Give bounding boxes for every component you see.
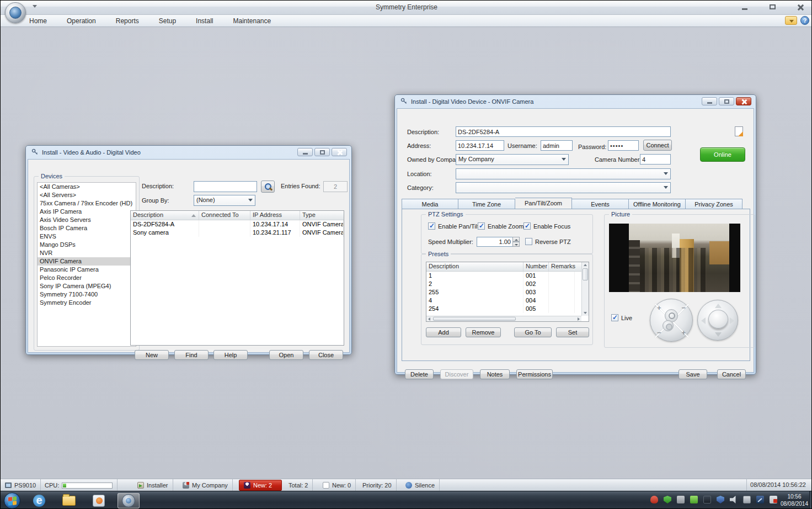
cancel-button[interactable]: Cancel <box>717 369 746 379</box>
connect-button[interactable]: Connect <box>643 140 672 151</box>
minus-icon[interactable] <box>657 328 661 337</box>
list-item[interactable]: Symmetry 7100-7400 <box>38 290 136 299</box>
company-segment[interactable]: My Company <box>178 479 233 491</box>
menu-reports[interactable]: Reports <box>114 17 141 25</box>
tab-pan-tilt-zoom[interactable]: Pan/Tilt/Zoom <box>515 198 572 209</box>
list-item[interactable]: <All Servers> <box>38 191 136 199</box>
search-button[interactable] <box>261 181 275 193</box>
list-item[interactable]: Panasonic IP Camera <box>38 266 136 274</box>
tab-offline-monitoring[interactable]: Offline Monitoring <box>629 199 686 209</box>
presets-table[interactable]: Description Number Remarks 1 001 2 002 <box>426 262 589 322</box>
tray-security-icon[interactable] <box>717 496 724 503</box>
group-by-select[interactable]: (None) <box>194 195 255 206</box>
category-select[interactable] <box>456 182 671 193</box>
close-button[interactable]: Close <box>309 350 343 360</box>
tab-time-zone[interactable]: Time Zone <box>458 199 515 209</box>
open-button[interactable]: Open <box>269 350 303 360</box>
list-item[interactable]: Axis IP Camera <box>38 208 136 216</box>
scroll-down-icon[interactable] <box>583 310 588 316</box>
add-button[interactable]: Add <box>426 327 461 337</box>
new-button[interactable]: New <box>135 350 169 360</box>
zoom-focus-pad[interactable] <box>650 299 693 342</box>
silence-button[interactable]: Silence <box>401 479 440 491</box>
app-logo-orb[interactable] <box>5 2 26 23</box>
delete-button[interactable]: Delete <box>405 369 434 379</box>
horizontal-scrollbar[interactable] <box>426 316 581 321</box>
tray-window-icon[interactable] <box>743 496 751 503</box>
taskbar-internet-explorer[interactable] <box>28 493 50 508</box>
list-item[interactable]: Mango DSPs <box>38 241 136 249</box>
tray-icon[interactable] <box>650 496 658 503</box>
owned-by-company-select[interactable]: My Company <box>456 154 569 165</box>
online-status-button[interactable]: Online <box>700 147 745 162</box>
enable-pan-tilt-checkbox[interactable]: Enable Pan/Tilt <box>428 222 479 230</box>
tab-media[interactable]: Media <box>402 199 458 209</box>
arrow-right-icon[interactable] <box>730 317 734 324</box>
enable-zoom-checkbox[interactable]: Enable Zoom <box>478 222 523 230</box>
preset-row[interactable]: 255 003 <box>426 288 589 296</box>
window-close-button[interactable] <box>793 3 807 12</box>
column-header-connected-to[interactable]: Connected To <box>199 211 250 220</box>
window-minimize-button[interactable] <box>738 3 752 12</box>
tray-icon[interactable] <box>690 496 698 503</box>
dialog-maximize-button[interactable] <box>314 148 330 156</box>
menu-home[interactable]: Home <box>27 17 49 25</box>
arrow-left-icon[interactable] <box>701 317 706 324</box>
column-header-remarks[interactable]: Remarks <box>549 262 581 271</box>
device-type-list[interactable]: <All Cameras> <All Servers> 75xx Camera … <box>37 182 136 347</box>
enable-focus-checkbox[interactable]: Enable Focus <box>523 222 570 230</box>
dialog-minimize-button[interactable] <box>702 97 717 105</box>
minus-icon[interactable] <box>681 304 686 312</box>
scrollbar-thumb[interactable] <box>433 317 516 321</box>
list-item[interactable]: Axis Video Servers <box>38 216 136 224</box>
list-item[interactable]: Pelco Recorder <box>38 274 136 282</box>
alarms-new-badge[interactable]: New: 2 <box>239 480 282 491</box>
go-to-button[interactable]: Go To <box>514 327 552 337</box>
taskbar-clock[interactable]: 10:56 08/08/2014 <box>781 493 808 507</box>
menu-operation[interactable]: Operation <box>65 17 98 25</box>
live-checkbox[interactable]: Live <box>611 314 632 321</box>
help-icon[interactable] <box>800 16 809 25</box>
show-desktop-button[interactable] <box>809 491 812 509</box>
focus-knob-icon[interactable] <box>663 320 674 331</box>
save-button[interactable]: Save <box>679 369 707 379</box>
tray-alert-icon[interactable] <box>770 496 777 503</box>
remove-button[interactable]: Remove <box>466 327 501 337</box>
username-input[interactable] <box>541 140 573 151</box>
speed-multiplier-input[interactable] <box>477 237 513 247</box>
table-row[interactable]: Sony camera 10.234.21.117 ONVIF Camera <box>131 229 344 237</box>
tab-events[interactable]: Events <box>572 199 629 209</box>
list-item[interactable]: ENVS <box>38 232 136 241</box>
tray-volume-icon[interactable] <box>730 496 738 503</box>
taskbar-media-player[interactable] <box>88 493 110 508</box>
notes-page-icon[interactable] <box>735 126 743 136</box>
quick-access-dropdown-icon[interactable] <box>33 5 37 8</box>
list-item[interactable]: Bosch IP Camera <box>38 224 136 232</box>
plus-icon[interactable] <box>681 328 686 337</box>
tab-privacy-zones[interactable]: Privacy Zones <box>686 199 742 209</box>
description-search-input[interactable] <box>194 181 257 192</box>
start-button[interactable] <box>4 492 20 509</box>
description-input[interactable] <box>456 126 671 137</box>
user-segment[interactable]: Installer <box>133 479 173 491</box>
scrollbar-thumb[interactable] <box>583 268 588 280</box>
messages-new-segment[interactable]: New: 0 <box>318 479 356 491</box>
plus-icon[interactable] <box>657 304 661 312</box>
dialog-close-button[interactable] <box>736 97 751 105</box>
list-item-selected[interactable]: ONVIF Camera <box>38 257 136 266</box>
menu-install[interactable]: Install <box>194 17 215 25</box>
dialog-close-button[interactable] <box>332 148 347 156</box>
list-item[interactable]: Symmetry Encoder <box>38 299 136 307</box>
vertical-scrollbar[interactable] <box>581 262 589 316</box>
scroll-up-icon[interactable] <box>583 262 588 268</box>
menu-maintenance[interactable]: Maintenance <box>231 17 273 25</box>
dialog-minimize-button[interactable] <box>297 148 313 156</box>
tray-network-icon[interactable] <box>703 496 711 503</box>
list-item[interactable]: 75xx Camera / 79xx Encoder (HD) <box>38 199 136 208</box>
list-item[interactable]: <All Cameras> <box>38 183 136 191</box>
column-header-ip-address[interactable]: IP Address <box>250 211 300 220</box>
arrow-up-icon[interactable] <box>715 304 722 308</box>
pan-tilt-pad[interactable] <box>697 300 738 341</box>
column-header-description[interactable]: Description <box>426 262 523 271</box>
preset-row[interactable]: 4 004 <box>426 296 589 305</box>
